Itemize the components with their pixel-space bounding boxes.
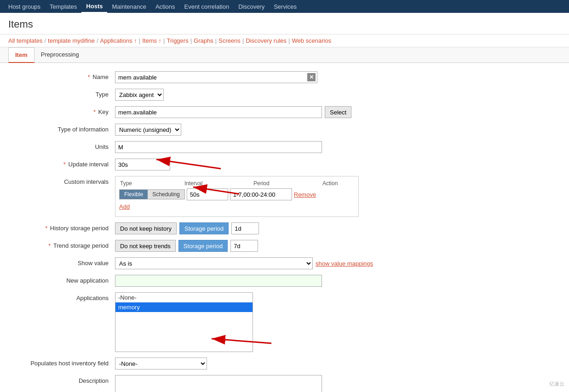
top-navigation: Host groups Templates Hosts Maintenance … xyxy=(0,0,569,13)
show-value-select[interactable]: As is xyxy=(115,257,313,269)
trend-field: Do not keep trends Storage period xyxy=(115,240,258,252)
type-of-info-select[interactable]: Numeric (unsigned) xyxy=(115,124,181,136)
name-input[interactable] xyxy=(115,71,317,83)
name-label: * Name xyxy=(18,71,115,80)
nav-templates[interactable]: Templates xyxy=(45,0,81,13)
nav-maintenance[interactable]: Maintenance xyxy=(107,0,150,13)
watermark: 亿速云 xyxy=(549,381,564,387)
tab-preprocessing[interactable]: Preprocessing xyxy=(34,47,86,63)
applications-field: -None- memory xyxy=(115,292,253,352)
key-select-button[interactable]: Select xyxy=(325,106,351,118)
ci-header: Type Interval Period Action xyxy=(119,180,355,187)
show-value-mappings-link[interactable]: show value mappings xyxy=(316,260,373,267)
breadcrumb-screens[interactable]: Screens xyxy=(218,37,241,44)
key-row: * Key Select xyxy=(18,106,551,118)
ci-header-interval: Interval xyxy=(184,180,253,187)
type-of-info-field: Numeric (unsigned) xyxy=(115,124,181,136)
breadcrumb-triggers[interactable]: Triggers xyxy=(167,37,188,44)
ci-interval-input[interactable] xyxy=(187,188,228,200)
ci-header-period: Period xyxy=(253,180,322,187)
history-no-keep-button[interactable]: Do not keep history xyxy=(115,222,177,234)
breadcrumb-applications[interactable]: Applications ↑ xyxy=(100,37,137,44)
applications-label: Applications xyxy=(18,292,115,301)
name-row: * Name ✕ xyxy=(18,71,551,83)
populates-host-label: Populates host inventory field xyxy=(18,358,115,367)
type-select[interactable]: Zabbix agent xyxy=(115,89,164,101)
history-row: * History storage period Do not keep his… xyxy=(18,222,551,234)
nav-host-groups[interactable]: Host groups xyxy=(4,0,45,13)
breadcrumb-items[interactable]: Items ↑ xyxy=(142,37,161,44)
flexible-scheduling-toggle: Flexible Scheduling xyxy=(119,189,185,199)
page-title: Items xyxy=(8,18,561,30)
page-title-bar: Items xyxy=(0,13,569,34)
nav-discovery[interactable]: Discovery xyxy=(234,0,269,13)
name-input-wrap: ✕ xyxy=(115,71,317,83)
nav-hosts[interactable]: Hosts xyxy=(81,0,107,13)
history-storage-button[interactable]: Storage period xyxy=(179,222,229,234)
history-field: Do not keep history Storage period xyxy=(115,222,259,234)
history-value-input[interactable] xyxy=(231,222,259,234)
nav-services[interactable]: Services xyxy=(269,0,301,13)
breadcrumb-web-scenarios[interactable]: Web scenarios xyxy=(292,37,331,44)
breadcrumb-sep7: | xyxy=(242,37,244,44)
type-row: Type Zabbix agent xyxy=(18,89,551,101)
populates-host-field: -None- xyxy=(115,358,207,369)
type-of-info-row: Type of information Numeric (unsigned) xyxy=(18,124,551,136)
tab-item[interactable]: Item xyxy=(8,47,34,63)
trend-row: * Trend storage period Do not keep trend… xyxy=(18,240,551,252)
description-label: Description xyxy=(18,375,115,384)
scheduling-button[interactable]: Scheduling xyxy=(148,190,184,199)
key-label: * Key xyxy=(18,106,115,115)
ci-header-type: Type xyxy=(120,180,184,187)
description-input[interactable] xyxy=(115,375,322,392)
ci-add-button[interactable]: Add xyxy=(119,203,130,210)
show-value-label: Show value xyxy=(18,257,115,267)
update-interval-input[interactable] xyxy=(115,159,170,170)
nav-event-correlation[interactable]: Event correlation xyxy=(180,0,234,13)
custom-intervals-field: Type Interval Period Action Flexible Sch… xyxy=(115,176,359,217)
breadcrumb: All templates / template mydifine / Appl… xyxy=(0,34,569,47)
app-list-item-memory[interactable]: memory xyxy=(115,302,253,312)
history-label: * History storage period xyxy=(18,222,115,232)
breadcrumb-all-templates[interactable]: All templates xyxy=(8,37,42,44)
breadcrumb-sep8: | xyxy=(288,37,290,44)
description-field xyxy=(115,375,322,392)
ci-remove-button[interactable]: Remove xyxy=(294,191,316,198)
breadcrumb-discovery-rules[interactable]: Discovery rules xyxy=(246,37,287,44)
nav-actions[interactable]: Actions xyxy=(151,0,180,13)
new-application-input[interactable] xyxy=(115,275,322,287)
populates-host-select[interactable]: -None- xyxy=(115,358,207,369)
populates-host-row: Populates host inventory field -None- xyxy=(18,358,551,369)
show-value-row: Show value As is show value mappings xyxy=(18,257,551,269)
applications-list[interactable]: -None- memory xyxy=(115,292,253,352)
custom-intervals-row: Custom intervals Type Interval Period Ac… xyxy=(18,176,551,217)
key-field: Select xyxy=(115,106,351,118)
name-field: ✕ xyxy=(115,71,317,83)
name-clear-button[interactable]: ✕ xyxy=(307,73,316,81)
units-input[interactable] xyxy=(115,141,322,153)
key-input[interactable] xyxy=(115,106,322,118)
show-value-field: As is show value mappings xyxy=(115,257,373,269)
trend-no-keep-button[interactable]: Do not keep trends xyxy=(115,240,176,252)
new-application-field xyxy=(115,275,322,287)
type-label: Type xyxy=(18,89,115,98)
breadcrumb-template[interactable]: template mydifine xyxy=(48,37,95,44)
trend-value-input[interactable] xyxy=(230,240,258,252)
breadcrumb-sep5: | xyxy=(190,37,192,44)
ci-add-row: Add xyxy=(119,203,355,210)
flexible-button[interactable]: Flexible xyxy=(120,190,148,199)
type-field: Zabbix agent xyxy=(115,89,164,101)
description-row: Description xyxy=(18,375,551,392)
ci-period-input[interactable] xyxy=(230,188,292,200)
ci-row: Flexible Scheduling Remove xyxy=(119,188,355,200)
breadcrumb-graphs[interactable]: Graphs xyxy=(194,37,213,44)
form-area: * Name ✕ Type Zabbix agent xyxy=(0,63,569,392)
trend-storage-button[interactable]: Storage period xyxy=(178,240,228,252)
breadcrumb-sep3: | xyxy=(139,37,140,44)
custom-intervals-label: Custom intervals xyxy=(18,176,115,185)
breadcrumb-sep2: / xyxy=(97,37,98,44)
app-list-item-none[interactable]: -None- xyxy=(115,293,253,302)
update-interval-row: * Update interval xyxy=(18,159,551,170)
applications-row: Applications -None- memory xyxy=(18,292,551,352)
new-application-row: New application xyxy=(18,275,551,287)
